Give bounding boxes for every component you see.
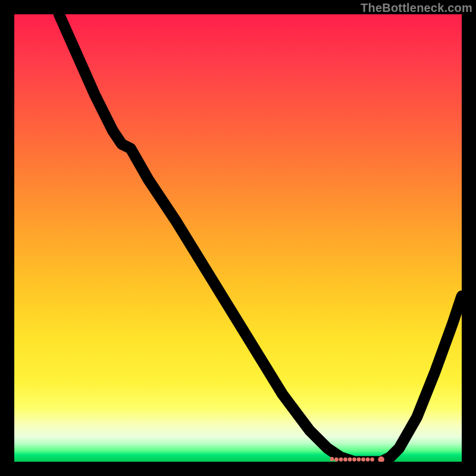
plot-area [14, 14, 462, 462]
marker-dot [352, 458, 356, 462]
curve-path [59, 14, 462, 462]
marker-dot [339, 458, 343, 462]
watermark-text: TheBottleneck.com [361, 1, 472, 15]
bottleneck-curve [14, 14, 462, 462]
marker-dot [330, 457, 334, 461]
marker-dot [343, 458, 347, 462]
marker-dot [357, 458, 361, 462]
marker-dot [361, 458, 365, 462]
marker-dot [348, 458, 352, 462]
marker-dot [366, 458, 370, 462]
marker-dot [334, 458, 339, 462]
marker-dot [370, 458, 374, 462]
chart-frame: TheBottleneck.com [0, 0, 476, 476]
